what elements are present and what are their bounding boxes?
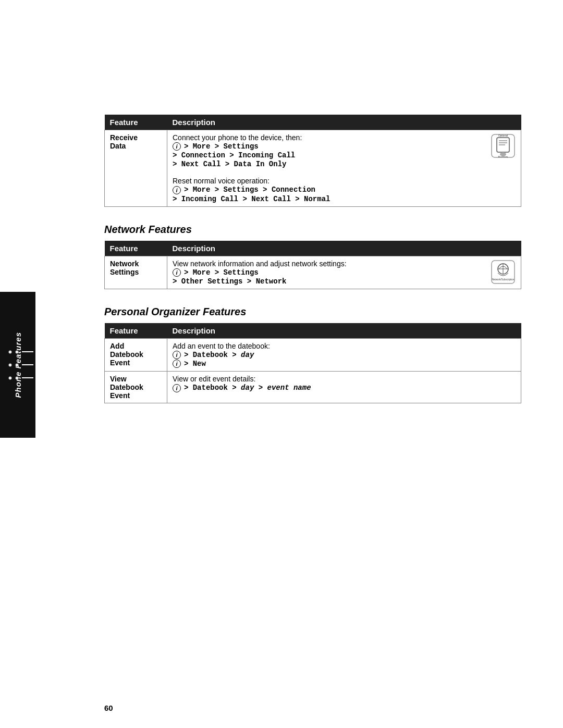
accessory-icon: Optional Accessory bbox=[491, 133, 516, 158]
line bbox=[22, 377, 33, 378]
circle-i-icon-2: i bbox=[173, 186, 181, 194]
dot bbox=[15, 376, 19, 380]
dot-row-3 bbox=[8, 376, 33, 380]
col-header-feature-po: Feature bbox=[105, 323, 167, 339]
page-content: Feature Description ReceiveData Optiona bbox=[104, 115, 521, 686]
view-datebook-feature: ViewDatebookEvent bbox=[105, 372, 167, 403]
add-datebook-description: Add an event to the datebook: i > Datebo… bbox=[167, 338, 521, 372]
page-number: 60 bbox=[104, 704, 113, 712]
add-datebook-feature: AddDatebookEvent bbox=[105, 338, 167, 372]
dot-row-1 bbox=[8, 350, 33, 354]
col-header-description: Description bbox=[167, 115, 521, 130]
side-tab-decoration bbox=[6, 292, 22, 438]
col-header-description-po: Description bbox=[167, 323, 521, 339]
personal-organizer-table: Feature Description AddDatebookEvent Add… bbox=[104, 323, 521, 404]
line bbox=[22, 351, 33, 352]
line bbox=[22, 364, 33, 365]
col-header-feature: Feature bbox=[105, 115, 167, 130]
dot bbox=[15, 363, 19, 367]
table-row: AddDatebookEvent Add an event to the dat… bbox=[105, 338, 521, 372]
dot bbox=[8, 363, 12, 367]
personal-organizer-title: Personal Organizer Features bbox=[104, 306, 521, 318]
dot bbox=[8, 376, 12, 380]
svg-text:Network/Subscription: Network/Subscription bbox=[492, 278, 515, 281]
receive-data-table: Feature Description ReceiveData Optiona bbox=[104, 115, 521, 207]
view-datebook-description: View or edit event details: i > Datebook… bbox=[167, 372, 521, 403]
circle-i-icon-6: i bbox=[173, 384, 181, 392]
circle-i-icon: i bbox=[173, 142, 181, 151]
dot bbox=[15, 350, 19, 354]
receive-data-description: Optional Accessory Connect your phone to… bbox=[167, 130, 521, 207]
svg-text:Accessory: Accessory bbox=[498, 155, 508, 158]
dot-row-2 bbox=[8, 363, 33, 367]
col-header-feature-net: Feature bbox=[105, 241, 167, 256]
network-settings-feature: NetworkSettings bbox=[105, 256, 167, 289]
col-header-description-net: Description bbox=[167, 241, 521, 256]
network-features-table: Feature Description NetworkSettings Net bbox=[104, 241, 521, 289]
network-settings-description: Network/Subscription View network inform… bbox=[167, 256, 521, 289]
circle-i-icon-3: i bbox=[173, 268, 181, 277]
receive-data-feature: ReceiveData bbox=[105, 130, 167, 207]
table-row: ReceiveData Optional Accessory Connect y… bbox=[105, 130, 521, 207]
circle-i-icon-4: i bbox=[173, 351, 181, 359]
circle-i-icon-5: i bbox=[173, 360, 181, 368]
network-features-title: Network Features bbox=[104, 224, 521, 236]
table-row: NetworkSettings Network/Subscription Vie… bbox=[105, 256, 521, 289]
dot bbox=[8, 350, 12, 354]
table-row: ViewDatebookEvent View or edit event det… bbox=[105, 372, 521, 403]
network-subscription-icon: Network/Subscription bbox=[491, 260, 516, 285]
svg-text:Optional: Optional bbox=[498, 134, 508, 137]
